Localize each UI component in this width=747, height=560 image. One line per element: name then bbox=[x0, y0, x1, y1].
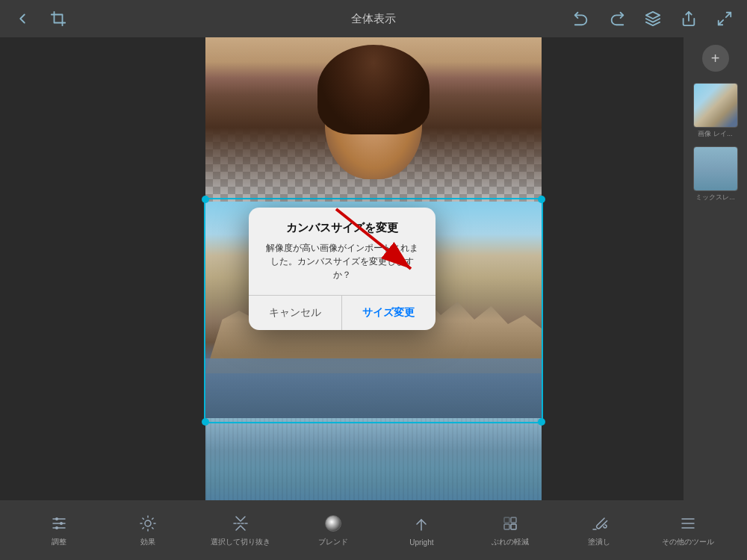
blend-circle-graphic bbox=[325, 515, 341, 532]
cutout-icon bbox=[230, 513, 251, 534]
dialog-buttons: キャンセル サイズ変更 bbox=[249, 295, 436, 330]
tool-effects[interactable]: 効果 bbox=[122, 513, 174, 547]
tool-upright[interactable]: Upright bbox=[395, 514, 447, 547]
share-button[interactable] bbox=[678, 8, 699, 29]
redo-button[interactable] bbox=[607, 8, 627, 29]
dialog-confirm-button[interactable]: サイズ変更 bbox=[342, 296, 436, 330]
upright-icon bbox=[411, 514, 432, 535]
svg-point-11 bbox=[55, 526, 58, 529]
tool-adjust[interactable]: 調整 bbox=[33, 513, 85, 547]
layer-1-item[interactable]: 画像 レイ... bbox=[693, 83, 738, 139]
back-button[interactable] bbox=[12, 8, 33, 29]
blur-label: ぶれの軽減 bbox=[492, 537, 529, 547]
layer-1-label: 画像 レイ... bbox=[693, 129, 738, 139]
tool-blend[interactable]: ブレンド bbox=[307, 513, 359, 547]
tool-more[interactable]: その他のツール bbox=[662, 513, 714, 547]
expand-button[interactable] bbox=[714, 8, 735, 29]
toolbar-right bbox=[571, 8, 735, 29]
dialog-message: 解像度が高い画像がインポートされました。カンバスサイズを変更しますか？ bbox=[249, 241, 436, 295]
paint-icon bbox=[589, 513, 610, 534]
layers-button[interactable] bbox=[642, 8, 663, 29]
bottom-toolbar: 調整 効果 選択して切り抜き ブレンド Upright ぶれの軽減 bbox=[0, 500, 747, 560]
dialog-title: カンバスサイズを変更 bbox=[249, 208, 436, 241]
cutout-label: 選択して切り抜き bbox=[211, 537, 270, 547]
effects-label: 効果 bbox=[140, 537, 155, 547]
blend-label: ブレンド bbox=[318, 537, 348, 547]
header-title: 全体表示 bbox=[351, 12, 396, 26]
layer-2-thumbnail[interactable] bbox=[693, 146, 738, 191]
side-panel: + 画像 レイ... ミックスレ... bbox=[684, 37, 747, 500]
svg-rect-18 bbox=[511, 524, 516, 529]
crop-button[interactable] bbox=[48, 8, 69, 29]
svg-rect-17 bbox=[504, 524, 509, 529]
tool-cutout[interactable]: 選択して切り抜き bbox=[211, 513, 270, 547]
svg-rect-16 bbox=[511, 517, 516, 523]
upright-label: Upright bbox=[409, 538, 433, 547]
blend-icon bbox=[323, 513, 344, 534]
dialog-overlay: カンバスサイズを変更 解像度が高い画像がインポートされました。カンバスサイズを変… bbox=[0, 37, 684, 500]
dialog-cancel-button[interactable]: キャンセル bbox=[249, 296, 343, 330]
layer-1-thumbnail[interactable] bbox=[693, 83, 738, 128]
adjust-icon bbox=[49, 513, 69, 534]
more-label: その他のツール bbox=[662, 537, 714, 547]
toolbar-left bbox=[12, 8, 69, 29]
undo-button[interactable] bbox=[571, 8, 592, 29]
canvas-resize-dialog: カンバスサイズを変更 解像度が高い画像がインポートされました。カンバスサイズを変… bbox=[249, 208, 436, 330]
effects-icon bbox=[137, 513, 158, 534]
tool-paint[interactable]: 塗潰し bbox=[573, 513, 625, 547]
svg-rect-15 bbox=[504, 517, 509, 523]
tool-blur[interactable]: ぶれの軽減 bbox=[484, 513, 536, 547]
paint-label: 塗潰し bbox=[588, 537, 610, 547]
layer-2-label: ミックスレ... bbox=[693, 193, 738, 202]
layer-2-item[interactable]: ミックスレ... bbox=[693, 146, 738, 202]
more-icon bbox=[678, 513, 698, 534]
svg-point-12 bbox=[145, 520, 151, 526]
svg-point-9 bbox=[55, 517, 58, 520]
top-toolbar: 全体表示 bbox=[0, 0, 747, 37]
svg-marker-0 bbox=[646, 12, 660, 19]
add-layer-button[interactable]: + bbox=[702, 45, 729, 72]
svg-point-10 bbox=[60, 522, 63, 525]
svg-line-2 bbox=[726, 13, 731, 17]
adjust-label: 調整 bbox=[52, 537, 66, 547]
blur-icon bbox=[500, 513, 521, 534]
svg-line-3 bbox=[719, 20, 723, 25]
